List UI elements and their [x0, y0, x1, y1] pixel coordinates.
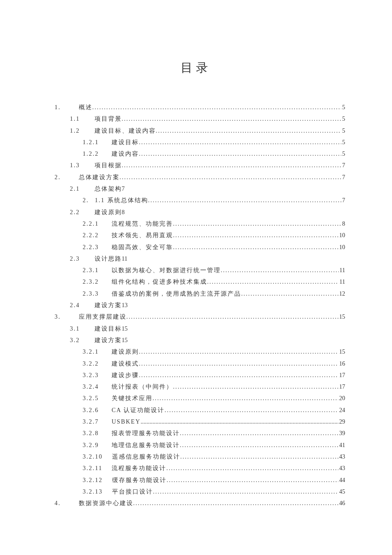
toc-entry: 2.3.3借鉴成功的案例，使用成熟的主流开源产品................… [47, 288, 345, 299]
dot-leader: ........................................… [153, 392, 338, 404]
toc-entry: 3.2.6CA 认证功能设计..........................… [47, 404, 345, 416]
entry-page: 29 [338, 416, 345, 427]
entry-number: 2. [83, 195, 89, 206]
entry-title: 借鉴成功的案例，使用成熟的主流开源产品 [112, 288, 241, 299]
toc-entry: 3.2.2建设模式...............................… [47, 358, 345, 369]
entry-title: 建设目标 [112, 137, 139, 148]
table-of-contents: 1.概述....................................… [47, 102, 345, 509]
dot-leader: ........................................… [120, 171, 342, 183]
entry-number: 3.2.5 [83, 392, 99, 404]
toc-entry: 2.2建设原则8................................… [47, 206, 345, 218]
entry-number: 3.2.7 [83, 416, 99, 427]
entry-page: 10 [338, 230, 345, 241]
entry-page: 5 [341, 102, 345, 113]
entry-number: 1.2.2 [83, 148, 99, 160]
entry-number: 2.2.3 [83, 241, 99, 253]
entry-title: 统计报表（中间件） [112, 381, 173, 392]
entry-title: 遥感信息服务功能设计 [112, 451, 180, 462]
entry-title: CA 认证功能设计 [112, 404, 164, 416]
toc-entry: 2.3设计思路11...............................… [47, 253, 345, 264]
toc-entry: 1.2.2建设内容...............................… [47, 148, 345, 160]
toc-entry: 2.2.3稳固高效、安全可靠..........................… [47, 241, 345, 253]
entry-title: 设计思路 [95, 253, 122, 264]
entry-number: 3.2.9 [83, 439, 99, 451]
entry-page: 8 [341, 218, 345, 230]
toc-entry: 1.2.1建设目标...............................… [47, 137, 345, 148]
entry-title: 总体架构 [95, 183, 122, 195]
entry-number: 3.2.8 [83, 427, 99, 439]
entry-number: 1. [55, 102, 61, 113]
entry-number: 3.2.6 [83, 404, 99, 416]
entry-page: 24 [338, 404, 345, 416]
dot-leader: ........................................… [92, 102, 342, 113]
entry-number: 3.2.13 [83, 486, 103, 497]
entry-number: 2.2.2 [83, 230, 99, 241]
toc-entry: 3.2.4统计报表（中间件）..........................… [47, 381, 345, 392]
entry-page: 15 [122, 334, 128, 346]
toc-entry: 1.2建设目标、建设内容............................… [47, 125, 345, 137]
toc-entry: 2.1.1 系统总体结构............................… [47, 195, 345, 206]
entry-title: 稳固高效、安全可靠 [112, 241, 173, 253]
entry-page: 46 [338, 497, 345, 509]
dot-leader: ........................................… [173, 381, 338, 392]
entry-page: 20 [338, 392, 345, 404]
entry-number: 1.1 [70, 113, 80, 125]
dot-leader: ........................................… [180, 427, 338, 439]
dot-leader: ........................................… [221, 264, 339, 276]
entry-title: 流程规范、功能完善 [112, 218, 173, 230]
entry-page: 5 [341, 148, 345, 160]
entry-page: 7 [122, 183, 125, 195]
entry-title: 技术领先、易用直观 [112, 230, 173, 241]
entry-title: 建设目标、建设内容 [95, 125, 156, 137]
entry-title: USBKEY [112, 416, 141, 427]
toc-entry: 2.总体建设方案................................… [47, 171, 345, 183]
entry-page: 44 [338, 474, 345, 486]
dot-leader: ........................................… [167, 474, 338, 486]
entry-page: 43 [338, 462, 345, 474]
toc-entry: 1.1项目背景.................................… [47, 113, 345, 125]
entry-page: 17 [338, 369, 345, 381]
toc-entry: 1.3项目根据.................................… [47, 160, 345, 171]
entry-number: 2.3.1 [83, 264, 99, 276]
entry-number: 1.3 [70, 160, 80, 171]
entry-title: 建设原则 [112, 346, 139, 357]
entry-page: 15 [338, 311, 345, 323]
dot-leader: ........................................… [241, 288, 338, 299]
entry-page: 15 [338, 346, 345, 357]
entry-number: 2.4 [70, 299, 80, 311]
toc-entry: 2.2.2技术领先、易用直观..........................… [47, 230, 345, 241]
entry-page: 11 [339, 264, 345, 276]
entry-title: 应用支撑层建设 [79, 311, 127, 323]
entry-title: 总体建设方案 [79, 171, 120, 183]
entry-number: 2.3 [70, 253, 80, 264]
entry-title: 概述 [79, 102, 92, 113]
entry-number: 2.3.2 [83, 276, 99, 288]
entry-page: 13 [122, 299, 128, 311]
entry-title: 建设方案 [95, 299, 122, 311]
toc-entry: 3.2.9地理信息服务功能设计.........................… [47, 439, 345, 451]
entry-number: 3.2.10 [83, 451, 103, 462]
entry-title: 数据资源中心建设 [79, 497, 133, 509]
toc-entry: 2.2.1流程规范、功能完善..........................… [47, 218, 345, 230]
toc-entry: 3.1建设目标15...............................… [47, 323, 345, 334]
entry-title: 报表管理服务功能设计 [112, 427, 180, 439]
dot-leader: ........................................… [133, 497, 339, 509]
dot-leader: ........................................… [139, 369, 338, 381]
toc-entry: 3.2.10遥感信息服务功能设计........................… [47, 451, 345, 462]
entry-page: 43 [338, 451, 345, 462]
dot-leader: ........................................… [156, 125, 342, 137]
entry-title: 建设模式 [112, 358, 139, 369]
dot-leader: ........................................… [139, 137, 341, 148]
entry-page: 10 [338, 241, 345, 253]
entry-title: 流程服务功能设计 [112, 462, 166, 474]
dot-leader: ........................................… [173, 230, 338, 241]
entry-page: 11 [339, 276, 345, 288]
dot-leader: ........................................… [173, 218, 341, 230]
entry-number: 3.2 [70, 334, 80, 346]
entry-title: 缓存服务功能设计 [112, 474, 167, 486]
entry-number: 2. [55, 171, 61, 183]
entry-number: 3.2.1 [83, 346, 99, 357]
entry-number: 3. [55, 311, 61, 323]
entry-title: 建设原则 [95, 206, 122, 218]
entry-page: 39 [338, 427, 345, 439]
